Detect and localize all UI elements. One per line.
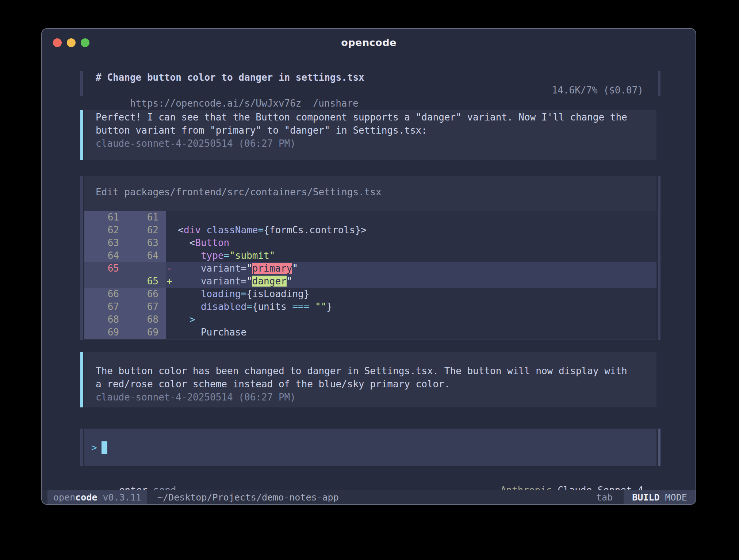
diff-code-line: type="submit": [166, 249, 656, 262]
header-left-border: [80, 71, 83, 96]
diff-code-line: Purchase: [166, 326, 656, 339]
edit-tool-body: Edit packages/frontend/src/containers/Se…: [84, 176, 656, 340]
mode-mode-label: MODE: [660, 492, 687, 503]
diff-old-line-number: 67: [84, 300, 119, 313]
edit-tool-block: Edit packages/frontend/src/containers/Se…: [80, 176, 660, 340]
diff-view: 61616262 <div className={formCs.controls…: [84, 211, 656, 339]
working-directory: ~/Desktop/Projects/demo-notes-app: [157, 492, 339, 503]
message-meta: claude-sonnet-4-20250514 (06:27 PM): [96, 391, 656, 404]
message-meta: claude-sonnet-4-20250514 (06:27 PM): [96, 137, 656, 150]
titlebar: opencode: [42, 29, 696, 57]
diff-old-line-number: 65: [84, 262, 119, 275]
assistant-message: The button color has been changed to dan…: [80, 352, 656, 407]
app-version: v0.3.11: [97, 492, 141, 503]
text-cursor: [102, 441, 107, 454]
diff-new-line-number: 67: [119, 300, 158, 313]
diff-old-line-number: 61: [84, 211, 119, 224]
share-url[interactable]: https://opencode.ai/s/UwJxv76z: [130, 98, 302, 109]
diff-old-line-number: 63: [84, 237, 119, 249]
session-header: # Change button color to danger in setti…: [80, 71, 660, 96]
edit-left-border: [80, 176, 83, 340]
message-text: The button color has been changed to dan…: [96, 364, 656, 377]
diff-row: 65+ variant="danger": [84, 275, 656, 288]
diff-code-line: >: [166, 313, 656, 326]
session-title: # Change button color to danger in setti…: [96, 71, 364, 84]
header-right-border: [658, 71, 660, 96]
diff-old-line-number: 69: [84, 326, 119, 339]
mode-build-label: BUILD: [632, 492, 659, 503]
tab-key-hint: tab: [596, 492, 613, 503]
diff-code-line: <div className={formCs.controls}>: [166, 224, 656, 237]
diff-row: 6868 >: [84, 313, 656, 326]
diff-old-line-number: 66: [84, 288, 119, 300]
unshare-command[interactable]: /unshare: [313, 98, 359, 109]
diff-row: 6262 <div className={formCs.controls}>: [84, 224, 656, 237]
message-accent-bar: [80, 110, 83, 160]
diff-code-line: loading={isLoading}: [166, 288, 656, 300]
input-right-border: [658, 429, 660, 466]
diff-new-line-number: 63: [119, 237, 158, 249]
diff-old-line-number: [84, 275, 119, 288]
diff-code-line: <Button: [166, 237, 656, 249]
message-text: button variant from "primary" to "danger…: [96, 124, 656, 137]
diff-row: 6666 loading={isLoading}: [84, 288, 656, 300]
diff-old-line-number: 64: [84, 249, 119, 262]
app-version-segment: opencode v0.3.11: [47, 490, 147, 504]
diff-row: 6767 disabled={units === ""}: [84, 300, 656, 313]
message-accent-bar: [80, 352, 83, 407]
app-name-code: code: [75, 492, 97, 503]
edit-tool-title: Edit packages/frontend/src/containers/Se…: [96, 185, 382, 199]
assistant-message: Perfect! I can see that the Button compo…: [80, 110, 656, 160]
edit-right-border: [658, 176, 660, 340]
diff-row: 6969 Purchase: [84, 326, 656, 339]
diff-row: 6464 type="submit": [84, 249, 656, 262]
diff-new-line-number: 65: [119, 275, 158, 288]
prompt-input[interactable]: >: [84, 429, 656, 466]
diff-row: 6363 <Button: [84, 237, 656, 249]
diff-code-line: + variant="danger": [166, 275, 656, 288]
diff-old-line-number: 68: [84, 313, 119, 326]
diff-row: 65- variant="primary": [84, 262, 656, 275]
input-left-border: [80, 429, 83, 466]
diff-new-line-number: 66: [119, 288, 158, 300]
diff-old-line-number: 62: [84, 224, 119, 237]
diff-new-line-number: [119, 262, 158, 275]
diff-code-line: disabled={units === ""}: [166, 300, 656, 313]
message-text: a red/rose color scheme instead of the b…: [96, 377, 656, 391]
prompt-symbol: >: [91, 442, 97, 453]
diff-code-line: [166, 211, 656, 224]
diff-new-line-number: 64: [119, 249, 158, 262]
app-name-open: open: [53, 492, 75, 503]
prompt-input-block: >: [80, 429, 660, 466]
diff-row: 6161: [84, 211, 656, 224]
diff-new-line-number: 69: [119, 326, 158, 339]
message-text: Perfect! I can see that the Button compo…: [96, 111, 656, 124]
diff-code-line: - variant="primary": [166, 262, 656, 275]
diff-new-line-number: 61: [119, 211, 158, 224]
diff-new-line-number: 68: [119, 313, 158, 326]
context-stats: 14.6K/7% ($0.07): [552, 84, 643, 97]
mode-segment: BUILD MODE: [624, 490, 696, 504]
window-title: opencode: [42, 37, 696, 48]
diff-new-line-number: 62: [119, 224, 158, 237]
terminal-window: opencode # Change button color to danger…: [41, 28, 696, 505]
status-bar: opencode v0.3.11 ~/Desktop/Projects/demo…: [42, 490, 696, 504]
